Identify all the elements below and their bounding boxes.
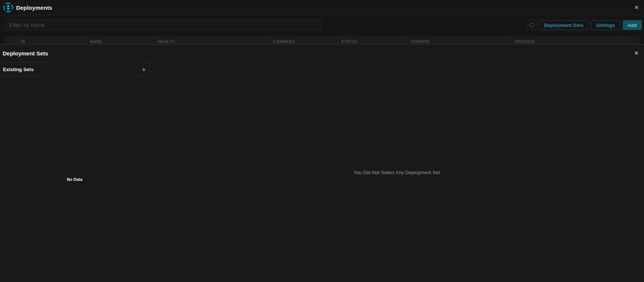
refresh-button[interactable]: [527, 20, 536, 30]
panel-main: You Did Not Select Any Deployment Set: [150, 63, 644, 282]
deployment-sets-panel: Deployment Sets ✕ Existing Sets + No Dat…: [0, 44, 644, 282]
sidebar-title: Existing Sets: [3, 67, 34, 72]
filter-input[interactable]: [5, 19, 322, 30]
titlebar: Deployments ✕: [0, 0, 644, 15]
no-data-text: No Data: [67, 177, 82, 182]
panel-close-button[interactable]: ✕: [634, 51, 639, 56]
toolbar: Deployment Sets Settings Add: [0, 15, 644, 36]
sidebar-header: Existing Sets +: [0, 63, 149, 77]
no-selection-message: You Did Not Select Any Deployment Set: [353, 170, 440, 175]
window-close-button[interactable]: ✕: [634, 5, 639, 10]
panel-header: Deployment Sets ✕: [0, 45, 644, 63]
deployment-sets-button[interactable]: Deployment Sets: [539, 20, 588, 30]
page-title: Deployments: [16, 4, 52, 11]
panel-title: Deployment Sets: [3, 50, 48, 57]
existing-sets-sidebar: Existing Sets + No Data: [0, 63, 150, 282]
add-button[interactable]: Add: [623, 20, 642, 30]
app-logo-icon: [3, 2, 13, 13]
refresh-icon: [529, 22, 535, 28]
add-set-button[interactable]: +: [142, 66, 146, 73]
toolbar-actions: Deployment Sets Settings Add: [527, 20, 642, 30]
sidebar-empty-state: No Data: [0, 77, 149, 282]
settings-button[interactable]: Settings: [591, 20, 620, 30]
panel-body: Existing Sets + No Data You Did Not Sele…: [0, 63, 644, 282]
